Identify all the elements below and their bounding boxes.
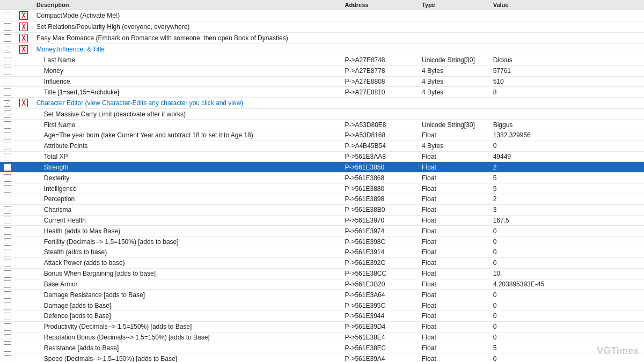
row-checkbox[interactable] — [0, 76, 16, 87]
table-row[interactable]: Perception P->561E3898 Float 2 — [0, 194, 644, 204]
table-row[interactable]: Damage [adds to Base] P->561E395C Float … — [0, 300, 644, 311]
row-checkbox[interactable] — [0, 183, 16, 194]
row-type: Float — [419, 300, 490, 311]
table-row[interactable]: - ╳ Money,Influence, & Title </span></td… — [0, 44, 644, 55]
row-type: Float — [419, 173, 490, 183]
row-type: Float — [419, 237, 490, 247]
row-icon — [16, 65, 33, 76]
row-checkbox[interactable] — [0, 141, 16, 151]
table-row[interactable]: ╳ Easy Max Romance (Embark on Romance wi… — [0, 33, 644, 44]
table-row[interactable]: Title [1=serf,15=Archduke] P->A27E8810 4… — [0, 87, 644, 98]
row-checkbox[interactable] — [0, 130, 16, 141]
row-value: 0 — [490, 237, 597, 247]
row-icon — [16, 130, 33, 141]
table-row[interactable]: Stealth (adds to base) P->561E3914 Float… — [0, 247, 644, 258]
expand-icon[interactable]: - — [4, 100, 10, 107]
row-addr: P->561E38FC — [341, 343, 419, 353]
table-row[interactable]: Money P->A27E8778 4 Bytes 57761 — [0, 65, 644, 76]
row-addr: P->561E39D4 — [341, 321, 419, 332]
table-row[interactable]: Current Health P->561E3970 Float 167.5 — [0, 215, 644, 226]
row-checkbox[interactable] — [0, 65, 16, 76]
row-addr: P->561E3898 — [341, 194, 419, 204]
row-addr: P->561E3974 — [341, 226, 419, 237]
row-checkbox[interactable]: - — [0, 98, 16, 109]
row-value: Dickus — [490, 55, 597, 66]
table-row[interactable]: Attack Power (adds to base) P->561E392C … — [0, 257, 644, 268]
table-row[interactable]: Productivity (Decimals--> 1.5=150%) [add… — [0, 321, 644, 332]
row-checkbox[interactable] — [0, 87, 16, 98]
row-checkbox[interactable] — [0, 237, 16, 247]
table-row[interactable]: Last Name P->A27E8748 Unicode String[30]… — [0, 55, 644, 66]
table-row[interactable]: Attribute Points P->A4B45B54 4 Bytes 0 — [0, 141, 644, 151]
table-row[interactable]: Strength P->561E3850 Float 2 — [0, 162, 644, 173]
row-checkbox[interactable] — [0, 120, 16, 130]
table-row[interactable]: Dexterity P->561E3868 Float 5 — [0, 173, 644, 183]
row-checkbox[interactable] — [0, 173, 16, 183]
expand-icon[interactable]: - — [4, 47, 10, 53]
table-row[interactable]: Health (adds to Max Base) P->561E3974 Fl… — [0, 226, 644, 237]
row-checkbox[interactable]: - — [0, 44, 16, 55]
row-checkbox[interactable] — [0, 226, 16, 237]
table-row[interactable]: Age=The year born (take Current Year and… — [0, 130, 644, 141]
row-checkbox[interactable] — [0, 10, 16, 21]
table-row[interactable]: - ╳ Character Editor (view Character-Edi… — [0, 98, 644, 109]
table-row[interactable]: Total XP P->561E3AA8 Float 49449 — [0, 151, 644, 162]
row-checkbox[interactable] — [0, 109, 16, 120]
table-row[interactable]: Set Massive Carry Limit (deactivate afte… — [0, 109, 644, 120]
row-label: Current Health — [33, 215, 342, 226]
row-type: Float — [419, 257, 490, 268]
row-checkbox[interactable] — [0, 311, 16, 322]
row-checkbox[interactable] — [0, 194, 16, 204]
table-row[interactable]: First Name P->A53D80E8 Unicode String[30… — [0, 120, 644, 130]
row-addr: P->561E3880 — [341, 183, 419, 194]
table-row[interactable]: ╳ CompactMode (Activate Me!) </span></td… — [0, 10, 644, 21]
row-checkbox[interactable] — [0, 151, 16, 162]
row-value: 8 — [490, 87, 597, 98]
row-value: 49449 — [490, 151, 597, 162]
row-checkbox[interactable] — [0, 332, 16, 343]
table-row[interactable]: Base Armor P->561E3B20 Float 4.203895393… — [0, 279, 644, 290]
row-value: 0 — [490, 321, 597, 332]
table-row[interactable]: Defence [adds to Base] P->561E3944 Float… — [0, 311, 644, 322]
row-checkbox[interactable] — [0, 268, 16, 279]
row-label: Intelligence — [33, 183, 342, 194]
table-body: ╳ CompactMode (Activate Me!) </span></td… — [0, 10, 644, 363]
row-checkbox[interactable] — [0, 300, 16, 311]
row-value: 2 — [490, 162, 597, 173]
row-checkbox[interactable] — [0, 21, 16, 33]
row-checkbox[interactable] — [0, 204, 16, 215]
row-value: 3 — [490, 204, 597, 215]
row-type: 4 Bytes — [419, 141, 490, 151]
row-checkbox[interactable] — [0, 247, 16, 258]
table-row[interactable]: Damage Resistance [adds to Base] P->561E… — [0, 290, 644, 300]
row-label: Money — [33, 65, 342, 76]
row-type — [419, 44, 490, 55]
row-script: </span></td> — [597, 98, 644, 109]
x-icon: ╳ — [19, 45, 28, 54]
row-addr — [341, 10, 419, 21]
row-checkbox[interactable] — [0, 33, 16, 44]
row-checkbox[interactable] — [0, 257, 16, 268]
row-value: 0 — [490, 311, 597, 322]
table-row[interactable]: Charisma P->561E38B0 Float 3 — [0, 204, 644, 215]
table-row[interactable]: Fertility (Decimals--> 1.5=150%) [adds t… — [0, 237, 644, 247]
row-checkbox[interactable] — [0, 321, 16, 332]
row-checkbox[interactable] — [0, 343, 16, 353]
table-row[interactable]: Intelligence P->561E3880 Float 5 — [0, 183, 644, 194]
row-value — [490, 44, 597, 55]
table-row[interactable]: Bonus When Bargaining [adds to base] P->… — [0, 268, 644, 279]
row-label: Dexterity — [33, 173, 342, 183]
table-row[interactable]: Reputation Bonus (Decimals--> 1.5=150%) … — [0, 332, 644, 343]
row-checkbox[interactable] — [0, 290, 16, 300]
row-checkbox[interactable] — [0, 215, 16, 226]
table-row[interactable]: ╳ Set Relations/Popularity High (everyon… — [0, 21, 644, 33]
row-checkbox[interactable] — [0, 162, 16, 173]
row-checkbox[interactable] — [0, 353, 16, 362]
row-checkbox[interactable] — [0, 55, 16, 66]
table-row[interactable]: Speed (Decimals--> 1.5=150%) [adds to Ba… — [0, 353, 644, 362]
row-icon — [16, 215, 33, 226]
row-label: Set Massive Carry Limit (deactivate afte… — [33, 109, 342, 120]
table-row[interactable]: Influence P->A27E8808 4 Bytes 510 — [0, 76, 644, 87]
row-checkbox[interactable] — [0, 279, 16, 290]
table-row[interactable]: Resistance [adds to Base] P->561E38FC Fl… — [0, 343, 644, 353]
